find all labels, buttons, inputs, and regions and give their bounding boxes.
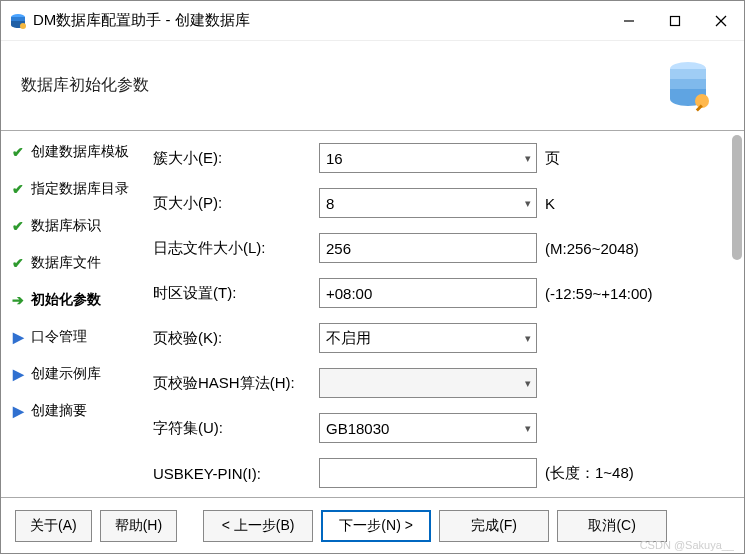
step-label: 创建示例库 (31, 365, 101, 383)
step-label: 创建摘要 (31, 402, 87, 420)
about-button[interactable]: 关于(A) (15, 510, 92, 542)
page-header: 数据库初始化参数 (1, 41, 744, 131)
app-window: DM数据库配置助手 - 创建数据库 数据库初始化参数 (0, 0, 745, 554)
scrollbar-thumb[interactable] (732, 135, 742, 260)
back-button[interactable]: < 上一步(B) (203, 510, 313, 542)
arrow-right-icon: ➔ (11, 292, 25, 308)
log-size-hint: (M:256~2048) (545, 240, 734, 257)
cancel-button[interactable]: 取消(C) (557, 510, 667, 542)
steps-sidebar: ✔ 创建数据库模板 ✔ 指定数据库目录 ✔ 数据库标识 ✔ 数据库文件 ➔ 初始… (1, 131, 149, 497)
step-password[interactable]: ▶ 口令管理 (11, 328, 149, 346)
hash-algo-value[interactable] (319, 368, 537, 398)
database-icon (654, 55, 714, 115)
footer-buttons: 关于(A) 帮助(H) < 上一步(B) 下一步(N) > 完成(F) 取消(C… (1, 497, 744, 553)
page-check-value[interactable] (319, 323, 537, 353)
finish-button[interactable]: 完成(F) (439, 510, 549, 542)
close-button[interactable] (698, 1, 744, 41)
svg-rect-3 (671, 16, 680, 25)
step-label: 数据库文件 (31, 254, 101, 272)
step-summary[interactable]: ▶ 创建摘要 (11, 402, 149, 420)
page-check-select[interactable]: ▾ (319, 323, 537, 353)
cluster-size-unit: 页 (545, 149, 734, 168)
triangle-right-icon: ▶ (11, 366, 25, 382)
step-db-directory[interactable]: ✔ 指定数据库目录 (11, 180, 149, 198)
page-check-label: 页校验(K): (153, 329, 311, 348)
hash-algo-select[interactable]: ▾ (319, 368, 537, 398)
next-button[interactable]: 下一步(N) > (321, 510, 431, 542)
page-title: 数据库初始化参数 (21, 75, 149, 96)
page-size-unit: K (545, 195, 734, 212)
check-icon: ✔ (11, 144, 25, 160)
window-title: DM数据库配置助手 - 创建数据库 (33, 11, 606, 30)
help-button[interactable]: 帮助(H) (100, 510, 177, 542)
step-label: 指定数据库目录 (31, 180, 129, 198)
app-icon (9, 12, 27, 30)
check-icon: ✔ (11, 255, 25, 271)
form-area: 簇大小(E): ▾ 页 页大小(P): ▾ K 日志文件大小(L): (M:25… (149, 131, 744, 497)
triangle-right-icon: ▶ (11, 403, 25, 419)
page-size-label: 页大小(P): (153, 194, 311, 213)
log-size-label: 日志文件大小(L): (153, 239, 311, 258)
cluster-size-select[interactable]: ▾ (319, 143, 537, 173)
check-icon: ✔ (11, 181, 25, 197)
step-label: 数据库标识 (31, 217, 101, 235)
charset-value[interactable] (319, 413, 537, 443)
charset-label: 字符集(U): (153, 419, 311, 438)
log-size-input[interactable] (319, 233, 537, 263)
form-grid: 簇大小(E): ▾ 页 页大小(P): ▾ K 日志文件大小(L): (M:25… (153, 143, 734, 488)
triangle-right-icon: ▶ (11, 329, 25, 345)
content-area: ✔ 创建数据库模板 ✔ 指定数据库目录 ✔ 数据库标识 ✔ 数据库文件 ➔ 初始… (1, 131, 744, 497)
timezone-input[interactable] (319, 278, 537, 308)
step-create-template[interactable]: ✔ 创建数据库模板 (11, 143, 149, 161)
titlebar: DM数据库配置助手 - 创建数据库 (1, 1, 744, 41)
step-db-files[interactable]: ✔ 数据库文件 (11, 254, 149, 272)
minimize-button[interactable] (606, 1, 652, 41)
step-init-params[interactable]: ➔ 初始化参数 (11, 291, 149, 309)
usbkey-label: USBKEY-PIN(I): (153, 465, 311, 482)
svg-point-1 (20, 23, 26, 29)
step-sample-db[interactable]: ▶ 创建示例库 (11, 365, 149, 383)
cluster-size-value[interactable] (319, 143, 537, 173)
check-icon: ✔ (11, 218, 25, 234)
timezone-label: 时区设置(T): (153, 284, 311, 303)
step-label: 口令管理 (31, 328, 87, 346)
step-label: 初始化参数 (31, 291, 101, 309)
usbkey-input[interactable] (319, 458, 537, 488)
usbkey-hint: (长度：1~48) (545, 464, 734, 483)
step-label: 创建数据库模板 (31, 143, 129, 161)
page-size-value[interactable] (319, 188, 537, 218)
page-size-select[interactable]: ▾ (319, 188, 537, 218)
timezone-hint: (-12:59~+14:00) (545, 285, 734, 302)
cluster-size-label: 簇大小(E): (153, 149, 311, 168)
maximize-button[interactable] (652, 1, 698, 41)
hash-algo-label: 页校验HASH算法(H): (153, 374, 311, 393)
charset-select[interactable]: ▾ (319, 413, 537, 443)
step-db-identity[interactable]: ✔ 数据库标识 (11, 217, 149, 235)
